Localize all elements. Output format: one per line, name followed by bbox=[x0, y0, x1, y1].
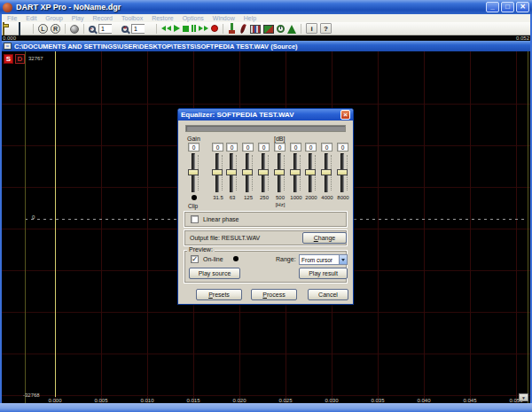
record-icon[interactable] bbox=[211, 23, 218, 34]
slider-thumb[interactable] bbox=[226, 169, 237, 175]
zoom-in-icon[interactable]: + bbox=[121, 26, 129, 33]
slider-thumb[interactable] bbox=[274, 169, 285, 175]
accordion-icon[interactable] bbox=[250, 25, 261, 34]
eq-slider-250[interactable] bbox=[257, 153, 271, 192]
cactus-icon[interactable] bbox=[228, 23, 236, 34]
eq-value-box: 0 bbox=[337, 143, 348, 152]
process-button[interactable]: Process bbox=[251, 289, 297, 300]
slider-thumb[interactable] bbox=[337, 169, 348, 175]
menu-toolbox[interactable]: Toolbox bbox=[117, 14, 147, 22]
waveform-document-icon: ≈ bbox=[4, 43, 12, 50]
document-titlebar[interactable]: ≈ C:\DOCUMENTS AND SETTINGS\USER\DESKTOP… bbox=[2, 41, 530, 51]
menu-restore[interactable]: Restore bbox=[147, 14, 178, 22]
left-axis-line bbox=[25, 51, 26, 403]
app-title: DART XP Pro - NoName.dgr bbox=[16, 3, 484, 12]
eq-slider-2000[interactable] bbox=[304, 153, 318, 192]
menu-file[interactable]: File bbox=[3, 14, 21, 22]
eq-slider-8000[interactable] bbox=[336, 153, 350, 192]
fast-forward-icon[interactable] bbox=[199, 23, 208, 34]
preview-indicator bbox=[233, 256, 239, 261]
freq-label: 8000 bbox=[332, 195, 354, 201]
rewind-icon[interactable] bbox=[161, 23, 171, 34]
eq-value-box: 0 bbox=[321, 143, 332, 152]
linear-phase-checkbox[interactable] bbox=[191, 215, 199, 223]
source-channel-button[interactable]: S bbox=[4, 54, 13, 64]
minimize-button[interactable]: _ bbox=[486, 2, 499, 12]
app-icon bbox=[3, 3, 12, 12]
playback-cursor[interactable] bbox=[55, 51, 56, 397]
tree-icon[interactable] bbox=[287, 25, 296, 34]
menu-record[interactable]: Record bbox=[88, 14, 117, 22]
hz-unit-label: [Hz] bbox=[270, 202, 291, 208]
slider-thumb[interactable] bbox=[290, 169, 301, 175]
slider-thumb[interactable] bbox=[305, 169, 316, 175]
slider-thumb[interactable] bbox=[258, 169, 269, 175]
change-button[interactable]: Change bbox=[302, 232, 347, 244]
range-dropdown[interactable]: From cursor bbox=[299, 254, 348, 265]
slider-thumb[interactable] bbox=[242, 169, 253, 175]
dialog-titlebar[interactable]: Equalizer: SOFTPEDIA TEST.WAV × bbox=[178, 109, 353, 120]
left-channel-icon[interactable]: L bbox=[38, 24, 48, 34]
slider-thumb[interactable] bbox=[321, 169, 332, 175]
preview-label: Preview: bbox=[187, 246, 215, 253]
eq-value-box: 0 bbox=[274, 143, 286, 152]
zoom-out-spinner[interactable]: 1 bbox=[98, 24, 119, 34]
pause-icon[interactable] bbox=[192, 23, 196, 34]
db-unit-label: [dB] bbox=[274, 136, 285, 143]
presets-button[interactable]: Presets bbox=[196, 289, 242, 300]
right-axis-line bbox=[528, 51, 528, 403]
menu-options[interactable]: Options bbox=[178, 14, 208, 22]
clock-magnifier-icon[interactable] bbox=[277, 25, 285, 33]
save-file-icon[interactable] bbox=[17, 23, 28, 34]
zoom-in-value[interactable]: 1 bbox=[131, 24, 145, 34]
window-border-bottom bbox=[0, 403, 532, 412]
mixer-icon[interactable] bbox=[263, 25, 274, 34]
scroll-corner-button[interactable]: ▼ bbox=[519, 393, 528, 401]
slider-thumb[interactable] bbox=[188, 169, 199, 175]
eq-slider-1000[interactable] bbox=[289, 153, 303, 192]
eq-slider-4000[interactable] bbox=[320, 153, 334, 192]
eq-slider-clip[interactable] bbox=[187, 153, 201, 192]
amplitude-min-label: -32768 bbox=[23, 393, 40, 398]
gain-label: Gain bbox=[187, 136, 200, 143]
destination-channel-button[interactable]: D bbox=[15, 54, 25, 64]
eq-value-box: 0 bbox=[212, 143, 223, 152]
eq-slider-63[interactable] bbox=[225, 153, 239, 192]
menu-window[interactable]: Window bbox=[208, 14, 239, 22]
close-button[interactable]: ✕ bbox=[516, 2, 529, 12]
eq-slider-31.5[interactable] bbox=[211, 153, 225, 192]
eq-slider-125[interactable] bbox=[241, 153, 255, 192]
menu-play[interactable]: Play bbox=[67, 14, 89, 22]
zoom-out-value[interactable]: 1 bbox=[98, 24, 112, 34]
chevron-down-icon[interactable] bbox=[339, 255, 347, 264]
open-file-icon[interactable] bbox=[3, 23, 14, 34]
play-source-button[interactable]: Play source bbox=[189, 268, 240, 279]
app-titlebar: DART XP Pro - NoName.dgr _ □ ✕ bbox=[0, 0, 532, 14]
stop-icon[interactable] bbox=[183, 23, 189, 34]
info-button[interactable]: i bbox=[306, 23, 317, 34]
play-icon[interactable] bbox=[174, 23, 180, 34]
cancel-button[interactable]: Cancel bbox=[308, 289, 348, 300]
sphere-icon[interactable] bbox=[70, 25, 79, 34]
zoom-out-icon[interactable]: - bbox=[89, 26, 96, 33]
quill-icon[interactable] bbox=[239, 23, 246, 34]
maximize-button[interactable]: □ bbox=[501, 2, 514, 12]
eq-slider-500[interactable] bbox=[273, 153, 287, 192]
menu-edit[interactable]: Edit bbox=[21, 14, 41, 22]
eq-value-box: 0 bbox=[188, 143, 200, 152]
zoom-in-spinner[interactable]: 1 bbox=[131, 24, 152, 34]
amplitude-zero-label: 0 bbox=[32, 214, 35, 220]
online-checkbox[interactable]: ✓ bbox=[191, 255, 199, 263]
help-button[interactable]: ? bbox=[320, 23, 332, 34]
right-channel-icon[interactable]: R bbox=[51, 24, 60, 34]
dialog-close-icon[interactable]: × bbox=[340, 110, 350, 120]
menu-group[interactable]: Group bbox=[41, 14, 66, 22]
amplitude-max-label: 32767 bbox=[28, 56, 43, 61]
play-result-button[interactable]: Play result bbox=[299, 268, 348, 279]
toolbar: L R - 1 + 1 i ? bbox=[0, 22, 532, 35]
slider-thumb[interactable] bbox=[212, 169, 223, 175]
window-border-left bbox=[0, 14, 2, 412]
menu-help[interactable]: Help bbox=[239, 14, 261, 22]
eq-value-box: 0 bbox=[290, 143, 301, 152]
range-value: From cursor bbox=[301, 257, 332, 263]
